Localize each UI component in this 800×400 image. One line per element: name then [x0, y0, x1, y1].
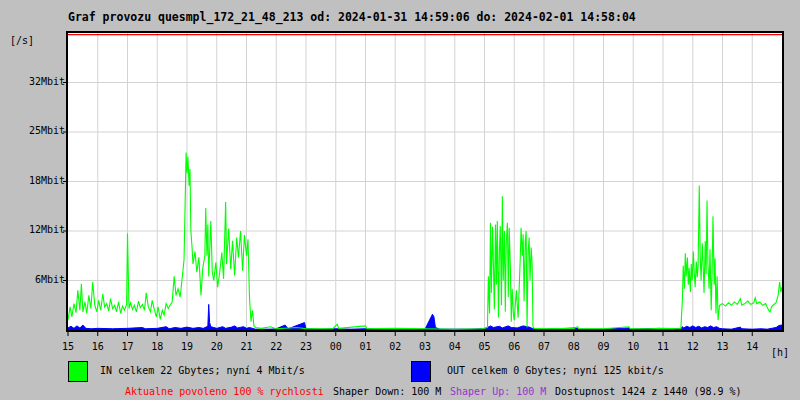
x-tick-label: 05 [473, 341, 497, 352]
x-tick-label: 06 [502, 341, 526, 352]
x-tick-label: 13 [711, 341, 735, 352]
y-axis-unit-label: [/s] [10, 35, 34, 46]
x-tick-label: 03 [413, 341, 437, 352]
out-legend-swatch [411, 361, 431, 382]
x-tick-label: 01 [354, 341, 378, 352]
shaper-up-text: Shaper Up: 100 M [450, 386, 546, 397]
x-tick-label: 02 [383, 341, 407, 352]
x-tick-label: 21 [235, 341, 259, 352]
graph-title: Graf provozu quesmpl_172_21_48_213 od: 2… [68, 10, 636, 24]
x-tick-label: 23 [294, 341, 318, 352]
x-tick-label: 09 [592, 341, 616, 352]
x-tick-label: 17 [116, 341, 140, 352]
x-tick-label: 00 [324, 341, 348, 352]
y-tick-label: 25Mbit [0, 125, 65, 136]
y-tick-label: 12Mbit [0, 224, 65, 235]
x-tick-label: 15 [56, 341, 80, 352]
out-legend-label: OUT celkem 0 Gbytes; nyní 125 kbit/s [447, 365, 664, 376]
x-tick-label: 08 [562, 341, 586, 352]
allowed-speed-text: Aktualne povoleno 100 % rychlosti [125, 386, 324, 397]
x-tick-label: 11 [651, 341, 675, 352]
shaper-down-text: Shaper Down: 100 M [333, 386, 441, 397]
y-tick-label: 6Mbit [0, 274, 65, 285]
x-tick-label: 18 [145, 341, 169, 352]
x-tick-label: 20 [205, 341, 229, 352]
y-tick-label: 18Mbit [0, 175, 65, 186]
x-tick-label: 07 [532, 341, 556, 352]
in-legend-label: IN celkem 22 Gbytes; nyní 4 Mbit/s [100, 365, 305, 376]
x-tick-label: 12 [681, 341, 705, 352]
x-axis-unit-label: [h] [757, 347, 789, 358]
x-tick-label: 10 [621, 341, 645, 352]
in-legend-swatch [68, 361, 88, 382]
x-tick-label: 19 [175, 341, 199, 352]
y-tick-label: 32Mbit [0, 76, 65, 87]
traffic-graph [63, 29, 785, 337]
x-tick-label: 04 [443, 341, 467, 352]
x-tick-label: 16 [86, 341, 110, 352]
x-tick-label: 22 [264, 341, 288, 352]
availability-text: Dostupnost 1424 z 1440 (98.9 %) [555, 386, 742, 397]
